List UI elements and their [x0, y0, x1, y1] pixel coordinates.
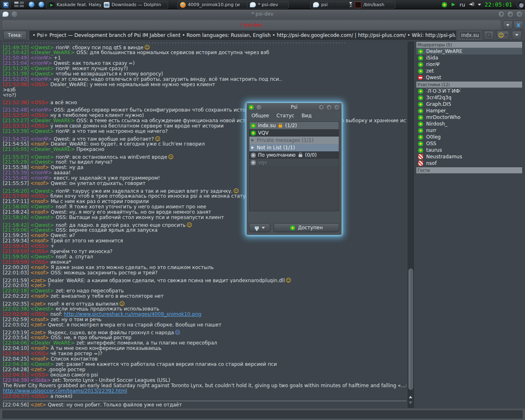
chat-nick: <nsof> — [30, 356, 49, 362]
chat-text: иконка* — [50, 260, 71, 265]
roster-item[interactable]: По умолчанию(0/0) — [249, 151, 339, 159]
psi-menu-вид[interactable]: Вид — [301, 113, 311, 119]
tab-psi-dev[interactable]: * psi-dev — [2, 20, 501, 30]
group-collapsed-icon — [251, 139, 254, 142]
participant-item[interactable]: OSS — [416, 140, 522, 147]
offline-status-icon — [251, 153, 256, 158]
scrollbar-thumb[interactable] — [409, 269, 413, 390]
chat-text: OSS: можешь заскринить ростер и трей? — [50, 270, 158, 276]
psi-tray-icon[interactable] — [442, 2, 447, 7]
chat-timestamp: [21:58:26] — [3, 215, 29, 220]
close-button[interactable]: × — [516, 11, 523, 18]
actions-dropdown-button[interactable] — [512, 31, 522, 40]
clock[interactable]: 22:05:01 — [485, 1, 512, 8]
topic-button[interactable]: Тема: — [3, 31, 27, 40]
chat-timestamp: [21:53:31] — [3, 123, 29, 129]
taskbar-button[interactable]: ▶Kaskade feat. Haley - — [46, 1, 103, 9]
participant-item[interactable]: Nirdosh_ — [416, 121, 522, 127]
kaskade-tray-icon[interactable]: ▶ — [451, 2, 456, 7]
psi-maximize-button[interactable]: ▴ — [326, 104, 332, 110]
participant-item[interactable]: iSida — [416, 55, 522, 61]
taskbar-button[interactable]: /bin/bash — [352, 1, 395, 9]
chat-timestamp: [22:01:03] — [3, 270, 29, 276]
window-titlebar[interactable]: * psi-dev ▾ ▴ × — [0, 9, 525, 19]
taskbar-button[interactable]: Downloads — Dolphin — [101, 1, 168, 9]
room-search-input[interactable]: indx.su — [459, 31, 481, 39]
psi-status-button[interactable]: Доступен — [274, 223, 339, 232]
participant-item[interactable]: zet — [416, 68, 522, 74]
psi-close-button[interactable]: × — [334, 104, 340, 110]
participant-item[interactable]: O0leg — [416, 134, 522, 140]
chat-text: Qwest: я посмотрел вчера его на старой с… — [48, 322, 221, 328]
chat-timestamp: [21:52:50] — [3, 113, 29, 118]
k-menu-button[interactable]: K — [1, 1, 11, 9]
participant-item[interactable]: 3cr4f2q3q — [416, 94, 522, 101]
maximize-button[interactable]: ▴ — [507, 11, 514, 18]
chat-message-continuation: The River City Rovers grabbed an early l… — [3, 383, 406, 388]
message-input[interactable] — [2, 410, 523, 419]
scroll-up-icon[interactable] — [409, 396, 412, 398]
scroll-down-icon[interactable] — [409, 402, 412, 404]
volume-icon[interactable]: ◄)) — [469, 2, 474, 7]
taskbar-button[interactable]: psi2 — [310, 1, 355, 9]
chat-text: Dealer_WeARE: а каким образом сделали, ч… — [48, 278, 285, 283]
chat-text: +1 — [54, 55, 61, 61]
chat-nick: <nsof> — [30, 294, 49, 299]
psi-minimize-button[interactable]: ▾ — [318, 104, 324, 110]
chat-timestamp: [22:02:18] — [3, 288, 29, 294]
participant-item[interactable]: ˸Л˸О˸З˸И˸Т˸ИФ˸ — [416, 88, 522, 94]
find-button[interactable] — [484, 31, 494, 40]
leave-menu-icon[interactable] — [516, 0, 524, 9]
chat-text: а всё ясно — [50, 100, 77, 105]
psi-titlebar[interactable]: Psi ▾ ▴ × — [247, 103, 342, 111]
desktop-pager[interactable] — [14, 1, 25, 8]
participant-item[interactable]: rionΨ — [416, 61, 522, 68]
chat-nick: <Dealer_WeARE> — [30, 340, 75, 346]
smiley-icon: ☺ — [498, 32, 504, 38]
roster-item[interactable]: Private messages (1/1) — [249, 137, 339, 144]
chat-message-continuation: http://www.uslsoccer.com/teams/2013/2239… — [3, 388, 406, 394]
tray-expand-icon[interactable] — [478, 4, 481, 6]
chat-message: [21:55:38] <nsof> Qwest: ну да — [3, 165, 406, 170]
roster-item[interactable]: Not in List (1/1) — [249, 144, 339, 151]
roster-item[interactable]: indx.su(1/2) — [249, 122, 339, 129]
chat-timestamp: [21:51:04] — [3, 61, 29, 66]
taskbar-button[interactable]: * psi-dev — [247, 1, 289, 9]
roster-item[interactable]: vqv — [249, 159, 339, 166]
launcher-orb-icon[interactable] — [29, 2, 34, 7]
chat-scrollbar[interactable] — [408, 42, 414, 408]
chat-message: [22:04:25] <nsof> Список контактов — [3, 356, 406, 362]
roster-item[interactable]: VQV — [249, 129, 339, 137]
taskbar-button-label: /bin/bash — [363, 2, 384, 7]
taskbar-button[interactable]: 4009_snimok10.png (и — [177, 1, 249, 9]
chat-timestamp: [21:59:06] — [3, 228, 29, 233]
participant-item[interactable]: nurr — [416, 127, 522, 134]
participants-section-header: Модераторы (5) — [416, 42, 522, 48]
chat-message: [22:04:10] <nsof> А ты мне окно конферен… — [3, 346, 406, 351]
participant-item[interactable]: taurus — [416, 147, 522, 153]
psi-menu-общее[interactable]: Общее — [251, 113, 269, 119]
minimize-button[interactable]: ▾ — [498, 11, 505, 18]
participant-item[interactable]: mrDoctorWho — [416, 114, 522, 121]
participant-item[interactable]: nsof — [416, 160, 522, 167]
chat-link[interactable]: http://www.pictureshack.ru/images/4009_s… — [64, 312, 201, 317]
emoticons-button[interactable]: ☺ — [497, 31, 509, 40]
chat-nick: <rionΨ> — [30, 61, 52, 66]
participant-item[interactable]: Neustradamus — [416, 153, 522, 160]
participant-item[interactable]: Hamper_ — [416, 107, 522, 114]
chat-text: rionΨ: таурус уже им заделался а так и н… — [56, 188, 233, 194]
chat-nick: <OSS> — [30, 351, 49, 356]
launcher-orb-icon[interactable] — [39, 2, 44, 7]
participant-item[interactable]: Dealer_WeARE — [416, 48, 522, 55]
keyboard-layout-indicator[interactable]: ru — [459, 2, 465, 8]
participant-item[interactable]: Graph.DI5 — [416, 101, 522, 107]
chat-timestamp: [21:56:20] — [3, 188, 29, 194]
new-tab-dropdown-button[interactable] — [503, 21, 513, 30]
close-tab-button[interactable]: X — [514, 21, 523, 30]
participant-item[interactable]: Qwest — [416, 74, 522, 81]
psi-app-menu-button[interactable]: ψ — [249, 223, 270, 232]
chat-timestamp: [21:54:32] — [3, 136, 29, 142]
psi-menu-статус[interactable]: Статус — [276, 113, 294, 119]
chat-text: Qwest: и? — [50, 233, 75, 238]
chat-link[interactable]: http://www.uslsoccer.com/teams/2013/2239… — [3, 388, 127, 394]
